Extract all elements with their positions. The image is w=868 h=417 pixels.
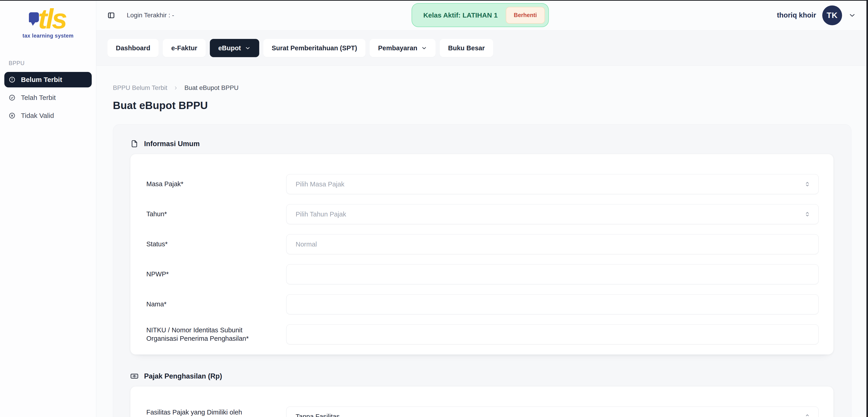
sidebar-item-label: Telah Terbit <box>21 94 56 101</box>
field-label: Tahun* <box>146 210 286 218</box>
tahun-select-value[interactable] <box>286 204 818 224</box>
form-section: Informasi Umum Masa Pajak* Tahun* Status… <box>130 140 834 355</box>
topbar: Login Terakhir : - Kelas Aktif: LATIHAN … <box>96 0 868 31</box>
logo-quote-mark <box>29 12 39 22</box>
form-row: Nama* <box>146 294 818 314</box>
form-row: Masa Pajak* <box>146 174 818 194</box>
form-row: NPWP* <box>146 264 818 284</box>
status-input-value[interactable] <box>286 234 818 254</box>
panel-left-icon <box>107 11 115 19</box>
form-row: Tahun* <box>146 204 818 224</box>
chevron-down-icon <box>245 45 251 51</box>
user-menu[interactable]: thoriq khoir TK <box>777 5 856 25</box>
nama-input <box>286 294 818 314</box>
tab-label: Dashboard <box>116 44 150 52</box>
active-class-badge: Kelas Aktif: LATIHAN 1 Berhenti <box>411 3 549 27</box>
tab-buku-besar[interactable]: Buku Besar <box>440 39 493 57</box>
x-circle-icon <box>9 112 16 119</box>
fasilitas-pajak-yang-dimiliki-oleh-penerima-penghasilan-select-value[interactable] <box>286 407 818 417</box>
file-icon <box>130 140 138 148</box>
field-label: NITKU / Nomor Identitas Subunit Organisa… <box>146 326 286 343</box>
tab-dashboard[interactable]: Dashboard <box>107 39 159 57</box>
app-logo: tls tax learning system <box>17 6 79 39</box>
tab-pembayaran[interactable]: Pembayaran <box>370 39 436 57</box>
main-area: Login Terakhir : - Kelas Aktif: LATIHAN … <box>96 0 868 417</box>
fasilitas-pajak-yang-dimiliki-oleh-penerima-penghasilan-select <box>286 407 818 417</box>
breadcrumb-parent-link[interactable]: BPPU Belum Terbit <box>113 84 167 91</box>
nitku-nomor-identitas-subunit-organisasi-penerima-penghasilan-input <box>286 324 818 345</box>
tahun-select <box>286 204 818 224</box>
form-row: Fasilitas Pajak yang Dimiliki oleh Pener… <box>146 407 818 417</box>
section-title: Pajak Penghasilan (Rp) <box>144 372 222 380</box>
banknote-icon <box>130 372 138 380</box>
sidebar-item-belum-terbit[interactable]: Belum Terbit <box>4 72 92 87</box>
active-class-label: Kelas Aktif: LATIHAN 1 <box>423 11 498 19</box>
npwp-input-value[interactable] <box>286 264 818 284</box>
chevron-down-icon <box>421 45 427 51</box>
section-card: Fasilitas Pajak yang Dimiliki oleh Pener… <box>130 386 834 417</box>
page-title: Buat eBupot BPPU <box>113 99 851 112</box>
section-title: Informasi Umum <box>144 140 200 148</box>
section-card: Masa Pajak* Tahun* Status* NPWP* Nama* <box>130 154 834 355</box>
avatar[interactable]: TK <box>822 5 842 25</box>
tab-label: Buku Besar <box>448 44 485 52</box>
last-login-text: Login Terakhir : - <box>127 11 174 19</box>
alert-circle-icon <box>9 76 16 83</box>
breadcrumb: BPPU Belum Terbit Buat eBupot BPPU <box>113 84 851 91</box>
masa-pajak-select-value[interactable] <box>286 174 818 194</box>
sidebar-item-label: Tidak Valid <box>21 112 54 119</box>
masa-pajak-select <box>286 174 818 194</box>
nitku-nomor-identitas-subunit-organisasi-penerima-penghasilan-input-value[interactable] <box>286 324 818 345</box>
page-content: BPPU Belum Terbit Buat eBupot BPPU Buat … <box>96 65 868 417</box>
field-label: Nama* <box>146 300 286 308</box>
form-row: NITKU / Nomor Identitas Subunit Organisa… <box>146 324 818 345</box>
sidebar-menu: Belum Terbit Telah Terbit Tidak Valid <box>0 72 96 123</box>
tab-label: eBupot <box>218 44 241 52</box>
stop-class-button[interactable]: Berhenti <box>506 7 545 24</box>
sidebar: tls tax learning system BPPU Belum Terbi… <box>0 0 96 417</box>
field-label: Status* <box>146 240 286 248</box>
tab-surat-pemberitahuan-spt[interactable]: Surat Pemberitahuan (SPT) <box>263 39 366 57</box>
user-name: thoriq khoir <box>777 11 816 19</box>
tab-ebupot[interactable]: eBupot <box>210 39 259 57</box>
nama-input-value[interactable] <box>286 294 818 314</box>
sidebar-item-telah-terbit[interactable]: Telah Terbit <box>4 90 92 106</box>
logo-text: tls <box>38 3 66 34</box>
tab-label: Surat Pemberitahuan (SPT) <box>272 44 357 52</box>
main-nav-tabs: Dashboard e-Faktur eBupot Surat Pemberit… <box>96 31 868 65</box>
sidebar-item-label: Belum Terbit <box>21 76 62 84</box>
sidebar-item-tidak-valid[interactable]: Tidak Valid <box>4 108 92 123</box>
tab-label: e-Faktur <box>171 44 197 52</box>
field-label: Masa Pajak* <box>146 180 286 188</box>
check-circle-icon <box>9 94 16 101</box>
npwp-input <box>286 264 818 284</box>
sidebar-toggle-button[interactable] <box>107 11 115 19</box>
form-card: Informasi Umum Masa Pajak* Tahun* Status… <box>113 124 851 417</box>
tab-label: Pembayaran <box>378 44 417 52</box>
status-input <box>286 234 818 254</box>
field-label: Fasilitas Pajak yang Dimiliki oleh Pener… <box>146 408 286 417</box>
form-section: Pajak Penghasilan (Rp) Fasilitas Pajak y… <box>130 372 834 417</box>
tab-e-faktur[interactable]: e-Faktur <box>163 39 206 57</box>
field-label: NPWP* <box>146 270 286 278</box>
chevron-right-icon <box>173 85 179 91</box>
sidebar-section-label: BPPU <box>9 60 96 66</box>
breadcrumb-current: Buat eBupot BPPU <box>184 84 239 91</box>
chevron-down-icon[interactable] <box>848 11 856 19</box>
form-row: Status* <box>146 234 818 254</box>
